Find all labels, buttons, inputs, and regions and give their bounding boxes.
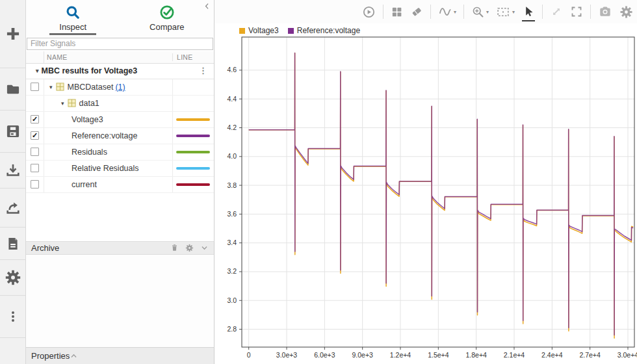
app-sidebar xyxy=(0,0,26,364)
time-plot[interactable]: 03.0e+36.0e+39.0e+31.2e+41.5e+41.8e+42.1… xyxy=(214,23,637,364)
report-button[interactable] xyxy=(0,228,25,260)
y-tick-label: 3.0 xyxy=(227,296,237,304)
collapse-caret-icon[interactable]: ▾ xyxy=(36,68,39,74)
collapse-panel-button[interactable] xyxy=(203,1,211,13)
fit-view-icon xyxy=(496,5,511,19)
line-style-swatch[interactable] xyxy=(176,167,210,170)
signal-row[interactable]: Residuals xyxy=(26,144,214,161)
legend-label: Voltage3 xyxy=(248,26,279,35)
row-content: ▾data1 xyxy=(44,96,172,111)
simulation-data-inspector: Inspect Compare NAME LINE ▾ MBC results … xyxy=(0,0,637,364)
kebab-icon xyxy=(6,309,20,324)
signal-visibility-checkbox[interactable] xyxy=(31,164,39,172)
tree-header: NAME LINE xyxy=(26,51,214,64)
x-tick-label: 1.2e+4 xyxy=(390,351,411,359)
trash-icon[interactable] xyxy=(170,243,179,252)
fit-to-view-button[interactable]: ▾ xyxy=(496,5,515,19)
clear-plots-button[interactable] xyxy=(410,5,423,18)
x-tick-label: 1.5e+4 xyxy=(428,351,449,359)
panel-tabs: Inspect Compare xyxy=(26,0,214,36)
filter-signals-input[interactable] xyxy=(27,38,213,50)
open-button[interactable] xyxy=(0,68,25,110)
signal-row[interactable]: current xyxy=(26,177,214,193)
x-tick-label: 3.0e+4 xyxy=(618,351,637,359)
tab-compare[interactable]: Compare xyxy=(120,0,214,36)
signal-wave-icon xyxy=(438,5,452,19)
toolbar-separator xyxy=(430,5,431,19)
signal-visibility-checkbox[interactable] xyxy=(31,180,39,188)
dataset-icon xyxy=(68,99,76,107)
line-style-swatch[interactable] xyxy=(176,118,210,121)
add-button[interactable] xyxy=(0,0,25,68)
y-tick-label: 3.2 xyxy=(227,267,237,275)
collapse-caret-icon[interactable]: ▾ xyxy=(61,100,64,107)
preferences-button[interactable] xyxy=(0,260,25,296)
legend-item[interactable]: Voltage3 xyxy=(239,26,279,35)
export-button[interactable] xyxy=(0,188,25,228)
fullscreen-icon xyxy=(570,5,583,18)
signal-label[interactable]: Relative Residuals xyxy=(72,164,139,173)
x-tick-label: 3.0e+3 xyxy=(276,351,298,359)
signal-visibility-checkbox[interactable]: ✓ xyxy=(31,131,39,140)
download-icon xyxy=(5,162,21,179)
document-icon xyxy=(5,236,21,252)
tab-inspect-label: Inspect xyxy=(59,22,86,32)
filter-row xyxy=(26,36,214,51)
archive-bar[interactable]: Archive xyxy=(26,241,214,255)
playback-icon xyxy=(362,5,376,19)
magnifier-icon xyxy=(65,5,81,20)
dataset-row[interactable]: ▾MBCDataset(1) xyxy=(26,79,214,96)
signal-visibility-checkbox[interactable] xyxy=(31,148,39,156)
x-tick-label: 2.7e+4 xyxy=(579,351,601,359)
line-style-swatch[interactable] xyxy=(176,151,210,153)
signal-label[interactable]: Residuals xyxy=(72,148,107,157)
plot-toolbar: ▾ ▾ ▾ xyxy=(214,0,637,23)
import-button[interactable] xyxy=(0,153,25,188)
row-menu-kebab-icon[interactable]: ⋮ xyxy=(192,68,214,73)
signal-label[interactable]: current xyxy=(72,180,97,189)
signal-visibility-checkbox[interactable] xyxy=(31,83,39,91)
toolbar-separator xyxy=(383,5,384,19)
compare-check-icon xyxy=(159,5,175,20)
dataset-count-link[interactable]: (1) xyxy=(115,83,125,92)
archive-settings-gear-icon[interactable] xyxy=(185,244,194,252)
signal-label[interactable]: Voltage3 xyxy=(72,115,103,124)
expand-plot-button[interactable] xyxy=(550,5,563,18)
zoom-button[interactable]: ▾ xyxy=(471,5,489,19)
signal-row[interactable]: ✓Voltage3 xyxy=(26,112,214,128)
plot-settings-button[interactable] xyxy=(619,5,633,19)
row-content: current xyxy=(44,177,172,192)
checkbox-gutter xyxy=(26,144,44,160)
signal-label[interactable]: Reference:voltage xyxy=(72,131,137,140)
layout-button[interactable] xyxy=(391,6,403,18)
properties-bar[interactable]: Properties xyxy=(26,347,214,364)
signal-visibility-checkbox[interactable]: ✓ xyxy=(31,115,39,124)
signal-display-button[interactable]: ▾ xyxy=(438,5,456,19)
tab-inspect[interactable]: Inspect xyxy=(26,0,120,36)
legend-swatch xyxy=(288,28,294,34)
pointer-tool-button[interactable] xyxy=(522,5,535,18)
signal-panel: Inspect Compare NAME LINE ▾ MBC results … xyxy=(26,0,214,364)
zoom-in-icon xyxy=(471,5,485,19)
run-group-label: MBC results for Voltage3 xyxy=(42,66,138,75)
fullscreen-button[interactable] xyxy=(570,5,583,18)
line-style-swatch[interactable] xyxy=(176,135,210,137)
y-tick-label: 2.8 xyxy=(227,325,237,333)
signal-row[interactable]: ✓Reference:voltage xyxy=(26,128,214,144)
gear-icon xyxy=(619,5,633,19)
dataset-row[interactable]: ▾data1 xyxy=(26,96,214,112)
playback-button[interactable] xyxy=(362,5,376,19)
save-button[interactable] xyxy=(0,110,25,153)
chevron-down-icon[interactable] xyxy=(200,244,209,252)
snapshot-button[interactable] xyxy=(598,5,612,19)
row-content: Residuals xyxy=(44,144,172,160)
line-style-swatch[interactable] xyxy=(176,183,210,186)
checkbox-gutter xyxy=(26,177,44,192)
x-tick-label: 1.8e+4 xyxy=(465,351,487,359)
signal-row[interactable]: Relative Residuals xyxy=(26,161,214,177)
legend-item[interactable]: Reference:voltage xyxy=(288,26,360,35)
collapse-caret-icon[interactable]: ▾ xyxy=(49,84,53,90)
y-tick-label: 4.4 xyxy=(227,95,237,103)
run-group-row[interactable]: ▾ MBC results for Voltage3 ⋮ xyxy=(26,64,214,79)
more-button[interactable] xyxy=(0,296,25,338)
